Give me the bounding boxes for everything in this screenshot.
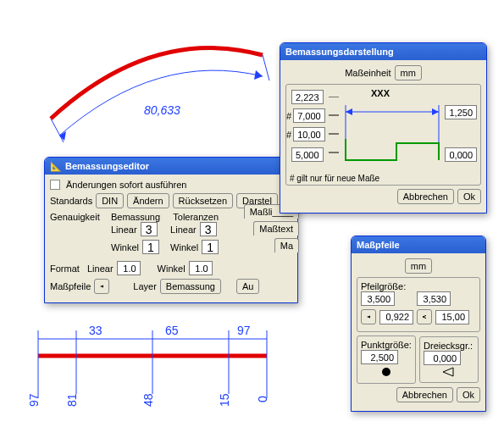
editor-titlebar[interactable]: 📐 Bemassungseditor — [45, 158, 297, 175]
svg-text:48: 48 — [141, 393, 155, 407]
pf1-field[interactable]: 3,500 — [361, 291, 395, 306]
bemassung-col-label: Bemassung — [111, 212, 160, 222]
triangle-icon — [443, 367, 455, 377]
svg-marker-22 — [432, 108, 439, 115]
masspfeile-label: Maßpfeile — [50, 281, 91, 291]
dar-v6-field[interactable]: 0,000 — [445, 147, 477, 162]
dot-icon — [380, 366, 392, 378]
ruecksetzen-button[interactable]: Rücksetzen — [173, 193, 233, 208]
svg-text:97: 97 — [27, 393, 41, 407]
editor-title: Bemassungseditor — [65, 161, 149, 171]
darstellung-titlebar[interactable]: Bemassungsdarstellung — [280, 43, 486, 60]
dar-v2-field[interactable]: 7,000 — [293, 108, 325, 123]
pf4-field[interactable]: 15,00 — [435, 310, 469, 324]
dar-v1-field[interactable]: 2,223 — [291, 90, 324, 104]
svg-text:15: 15 — [218, 393, 231, 407]
svg-marker-21 — [346, 108, 352, 115]
masspfeile-cancel-button[interactable]: Abbrechen — [396, 387, 453, 402]
svg-line-0 — [51, 119, 64, 142]
punkt-field[interactable]: 2,500 — [361, 350, 398, 364]
darstellung-mm-button[interactable]: mm — [395, 65, 422, 80]
genauigkeit-label: Genauigkeit — [50, 212, 108, 222]
arrow-closed-icon — [367, 313, 370, 321]
tab-masstext[interactable]: Maßtext — [253, 221, 299, 236]
darstellung-ok-button[interactable]: Ok — [457, 189, 481, 204]
arrow-left-icon — [100, 282, 103, 291]
masspfeile-titlebar[interactable]: Maßpfeile — [352, 236, 485, 253]
masspfeile-dialog: Maßpfeile mm Pfeilgröße: 3,500 3,530 0,9… — [351, 236, 486, 412]
svg-text:33: 33 — [89, 324, 102, 337]
dreieck-field[interactable]: 0,000 — [424, 351, 461, 365]
darstellung-diagram — [329, 97, 447, 173]
svg-marker-29 — [367, 313, 370, 320]
masspfeile-title: Maßpfeile — [357, 240, 400, 250]
svg-text:97: 97 — [237, 324, 251, 337]
masspfeile-mm-button[interactable]: mm — [405, 258, 432, 274]
layer-label: Layer — [133, 281, 157, 291]
standards-label: Standards — [50, 196, 92, 206]
svg-point-31 — [382, 368, 390, 376]
bem-winkel-field[interactable]: 1 — [142, 240, 159, 254]
bemassungseditor-dialog: 📐 Bemassungseditor Änderungen sofort aus… — [44, 157, 298, 303]
tab-ma[interactable]: Ma — [274, 238, 299, 252]
svg-text:0: 0 — [256, 396, 269, 402]
masspfeile-ok-button[interactable]: Ok — [457, 387, 480, 402]
arrow-closed-button[interactable] — [361, 309, 376, 324]
dar-v5-field[interactable]: 1,250 — [445, 105, 477, 119]
svg-marker-19 — [100, 283, 103, 290]
fmt-linear-field[interactable]: 1.0 — [117, 261, 141, 275]
svg-marker-30 — [423, 313, 426, 320]
svg-marker-32 — [443, 368, 453, 376]
auto-apply-checkbox[interactable] — [50, 180, 60, 190]
masspfeile-style-button[interactable] — [94, 279, 109, 294]
pfeilgroesse-label: Pfeilgröße: — [361, 281, 476, 291]
dreieck-label: Dreiecksgr.: — [424, 341, 474, 351]
toleranzen-col-label: Toleranzen — [170, 212, 219, 222]
aendern-button[interactable]: Ändern — [127, 193, 169, 208]
fmt-winkel-field[interactable]: 1.0 — [189, 261, 213, 275]
svg-marker-3 — [254, 70, 263, 80]
arrow-open-button[interactable] — [417, 309, 432, 324]
punktgroesse-label: Punktgröße: — [361, 340, 412, 350]
pf3-field[interactable]: 0,922 — [379, 310, 413, 324]
hash-note: # gilt nur für neue Maße — [290, 174, 379, 183]
dar-v3-field[interactable]: 10,00 — [293, 127, 325, 141]
au-button[interactable]: Au — [236, 279, 259, 294]
layer-button[interactable]: Bemassung — [160, 279, 221, 294]
arc-drawing: 80,633 — [8, 8, 280, 169]
darstellung-cancel-button[interactable]: Abbrechen — [397, 189, 454, 204]
pf2-field[interactable]: 3,530 — [417, 291, 451, 306]
dar-v4-field[interactable]: 5,000 — [291, 147, 324, 162]
svg-text:81: 81 — [65, 393, 79, 407]
chain-drawing: 33 65 97 97 81 48 15 0 — [21, 322, 292, 415]
darstellung-title: Bemassungsdarstellung — [285, 47, 394, 57]
svg-text:65: 65 — [165, 324, 179, 337]
tol-linear-field[interactable]: 3 — [200, 222, 217, 236]
arc-dim-value: 80,633 — [144, 103, 180, 117]
arrow-open-icon — [423, 313, 426, 321]
bem-linear-field[interactable]: 3 — [141, 222, 158, 236]
darstellung-dialog: Bemassungsdarstellung Maßeinheit mm 2,22… — [280, 42, 487, 214]
svg-line-1 — [263, 55, 269, 80]
masseinheit-label: Maßeinheit — [345, 68, 390, 78]
auto-apply-label: Änderungen sofort ausführen — [66, 180, 187, 190]
editor-icon: 📐 — [50, 161, 62, 172]
din-button[interactable]: DIN — [96, 193, 124, 208]
tol-winkel-field[interactable]: 1 — [202, 240, 219, 254]
format-label: Format — [50, 263, 84, 274]
